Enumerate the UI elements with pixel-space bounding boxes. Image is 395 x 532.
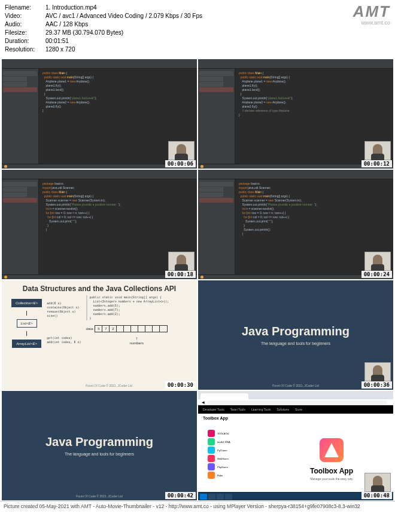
thumbnail: Java Programming The language and tools … <box>198 280 393 390</box>
footer-credit: Picture created 05-May-2021 with AMT - A… <box>0 501 395 511</box>
slide-title: Java Programming <box>242 325 350 338</box>
thumbnail: ◀ Developer ToolsTeam ToolsLearning Tool… <box>198 391 393 500</box>
tools-list: TOOLBOX IntelliJ IDEA PyCharm WebStorm P… <box>208 429 268 486</box>
resolution-label: Resolution: <box>5 45 45 54</box>
thumbnail-grid: public class Main { public static void m… <box>0 59 395 501</box>
slide-title-card: Java Programming The language and tools … <box>2 391 197 500</box>
nav-item: Learning Tools <box>251 408 271 411</box>
presenter-webcam <box>168 252 195 271</box>
video-value: AVC / avc1 / Advanced Video Coding / 2.0… <box>45 12 390 20</box>
thumbnail: package basics; import java.util.Scanner… <box>2 170 197 279</box>
presenter-webcam <box>364 362 391 381</box>
filesize-value: 29.37 MB (30.794.070 Bytes) <box>45 29 390 37</box>
nav-item: Team Tools <box>230 408 245 411</box>
address-bar <box>207 400 387 404</box>
video-label: Video: <box>5 12 45 20</box>
nav-item: Store <box>295 408 302 411</box>
timestamp: 00:00:42 <box>165 492 196 499</box>
duration-label: Duration: <box>5 37 45 45</box>
array-diagram: 572 <box>95 325 168 332</box>
data-label: data: <box>86 327 94 331</box>
filename-value: 1. Introduction.mp4 <box>45 4 390 12</box>
class-box: List<E> <box>17 319 37 328</box>
presenter-webcam <box>364 252 391 271</box>
filesize-label: Filesize: <box>5 29 45 37</box>
browser-tab <box>200 393 248 399</box>
amt-logo: AMT www.amt.co <box>353 2 390 26</box>
thumbnail: public class Main { public static void m… <box>198 59 393 169</box>
audio-value: AAC / 128 Kbps <box>45 20 390 29</box>
toolbox-icon <box>320 438 344 462</box>
slide-subtitle: The language and tools for beginners <box>261 341 330 346</box>
arrow-label: numbers <box>130 341 144 345</box>
section-heading: Toolbox App <box>198 414 393 423</box>
logo-text: AMT <box>353 2 390 21</box>
timestamp: 00:00:36 <box>361 381 392 389</box>
class-box: Collection<E> <box>11 299 42 307</box>
thumbnail: Data Structures and the Java Collections… <box>2 280 197 390</box>
methods-list: get(int index) add(int index, E o) <box>47 336 81 344</box>
timestamp: 00:00:30 <box>165 381 196 389</box>
class-box: ArrayList<E> <box>12 340 41 348</box>
timestamp: 00:00:48 <box>361 492 392 499</box>
back-icon: ◀ <box>202 400 205 404</box>
audio-label: Audio: <box>5 20 45 29</box>
metadata-block: Filename:1. Introduction.mp4 Video:AVC /… <box>5 4 390 56</box>
methods-list: add(E o) contains(Object o) remove(Objec… <box>47 301 79 318</box>
presenter-webcam <box>168 141 195 160</box>
thumbnail: Java Programming The language and tools … <box>2 391 197 500</box>
thumbnail: package basics; import java.util.Scanner… <box>198 170 393 279</box>
timestamp: 00:00:06 <box>165 160 196 167</box>
slide-title: Data Structures and the Java Collections… <box>11 285 187 293</box>
thumbnail: public class Main { public static void m… <box>2 59 197 169</box>
slide-subtitle: The language and tools for beginners <box>65 452 134 456</box>
filename-label: Filename: <box>5 4 45 12</box>
timestamp: 00:00:24 <box>361 271 392 278</box>
nav-item: Solutions <box>276 408 289 411</box>
presenter-webcam <box>364 141 391 160</box>
timestamp: 00:00:18 <box>165 271 196 278</box>
slide-title: Java Programming <box>45 435 153 449</box>
code-snippet: public static void main(String[] args) {… <box>86 295 187 320</box>
timestamp: 00:00:12 <box>361 160 392 167</box>
duration-value: 00:01:51 <box>45 37 390 45</box>
slide-collections: Data Structures and the Java Collections… <box>2 280 197 390</box>
resolution-value: 1280 x 720 <box>45 45 390 54</box>
metadata-header: Filename:1. Introduction.mp4 Video:AVC /… <box>0 0 395 59</box>
nav-item: Developer Tools <box>203 408 224 411</box>
presenter-webcam <box>364 473 391 492</box>
site-nav: Developer ToolsTeam ToolsLearning ToolsS… <box>198 405 393 414</box>
